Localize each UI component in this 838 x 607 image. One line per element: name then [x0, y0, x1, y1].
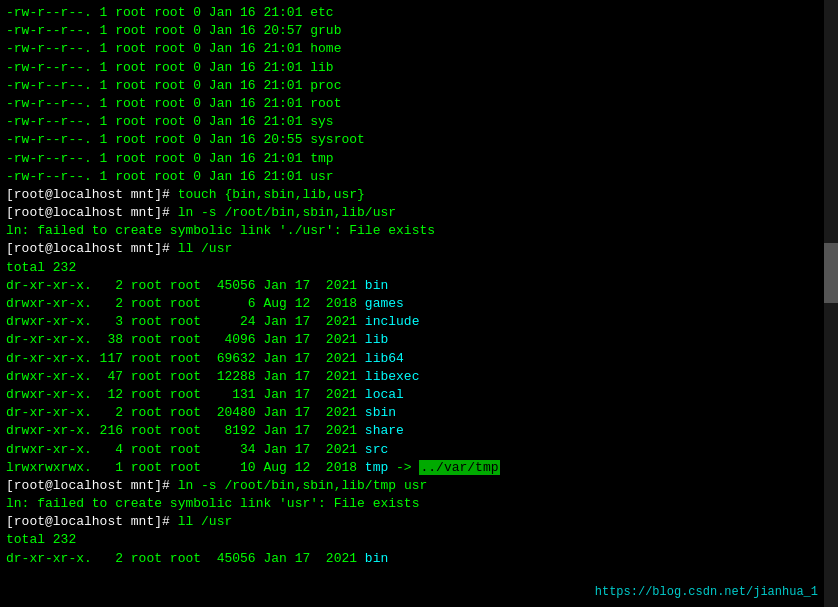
line-1: -rw-r--r--. 1 root root 0 Jan 16 21:01 e… [6, 4, 832, 22]
line-9: -rw-r--r--. 1 root root 0 Jan 16 21:01 t… [6, 150, 832, 168]
error-line-28: ln: failed to create symbolic link 'usr'… [6, 495, 832, 513]
scrollbar-thumb[interactable] [824, 243, 838, 303]
ls-line-bin: dr-xr-xr-x. 2 root root 45056 Jan 17 202… [6, 277, 832, 295]
command-line-27: [root@localhost mnt]# ln -s /root/bin,sb… [6, 477, 832, 495]
ls-line-libexec: drwxr-xr-x. 47 root root 12288 Jan 17 20… [6, 368, 832, 386]
ls-line-tmp: lrwxrwxrwx. 1 root root 10 Aug 12 2018 t… [6, 459, 832, 477]
line-2: -rw-r--r--. 1 root root 0 Jan 16 20:57 g… [6, 22, 832, 40]
ls-line-local: drwxr-xr-x. 12 root root 131 Jan 17 2021… [6, 386, 832, 404]
line-4: -rw-r--r--. 1 root root 0 Jan 16 21:01 l… [6, 59, 832, 77]
ls-line-lib: dr-xr-xr-x. 38 root root 4096 Jan 17 202… [6, 331, 832, 349]
total-line-2: total 232 [6, 531, 832, 549]
ls-line-sbin: dr-xr-xr-x. 2 root root 20480 Jan 17 202… [6, 404, 832, 422]
total-line: total 232 [6, 259, 832, 277]
ls-line-share: drwxr-xr-x. 216 root root 8192 Jan 17 20… [6, 422, 832, 440]
command-line-29: [root@localhost mnt]# ll /usr [6, 513, 832, 531]
ls-line-include: drwxr-xr-x. 3 root root 24 Jan 17 2021 i… [6, 313, 832, 331]
ls-line-lib64: dr-xr-xr-x. 117 root root 69632 Jan 17 2… [6, 350, 832, 368]
command-line-14: [root@localhost mnt]# ll /usr [6, 240, 832, 258]
line-6: -rw-r--r--. 1 root root 0 Jan 16 21:01 r… [6, 95, 832, 113]
line-3: -rw-r--r--. 1 root root 0 Jan 16 21:01 h… [6, 40, 832, 58]
command-line-12: [root@localhost mnt]# ln -s /root/bin,sb… [6, 204, 832, 222]
line-5: -rw-r--r--. 1 root root 0 Jan 16 21:01 p… [6, 77, 832, 95]
error-line-13: ln: failed to create symbolic link './us… [6, 222, 832, 240]
scrollbar[interactable] [824, 0, 838, 607]
ls-line-games: drwxr-xr-x. 2 root root 6 Aug 12 2018 ga… [6, 295, 832, 313]
line-10: -rw-r--r--. 1 root root 0 Jan 16 21:01 u… [6, 168, 832, 186]
watermark: https://blog.csdn.net/jianhua_1 [595, 584, 818, 601]
ls-line-src: drwxr-xr-x. 4 root root 34 Jan 17 2021 s… [6, 441, 832, 459]
terminal: -rw-r--r--. 1 root root 0 Jan 16 21:01 e… [0, 0, 838, 607]
line-8: -rw-r--r--. 1 root root 0 Jan 16 20:55 s… [6, 131, 832, 149]
line-7: -rw-r--r--. 1 root root 0 Jan 16 21:01 s… [6, 113, 832, 131]
ls-line-bin-2: dr-xr-xr-x. 2 root root 45056 Jan 17 202… [6, 550, 832, 568]
command-line-11: [root@localhost mnt]# touch {bin,sbin,li… [6, 186, 832, 204]
